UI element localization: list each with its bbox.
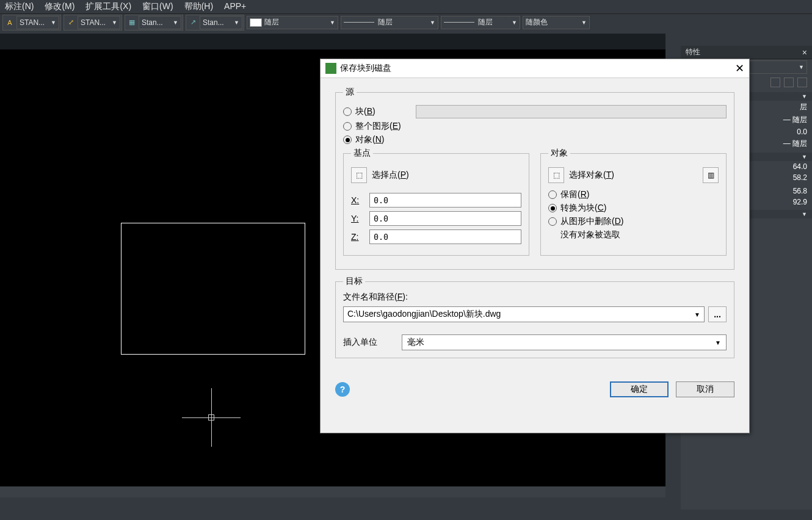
path-input[interactable]: C:\Users\gaodongjian\Desktop\新块.dwg▼ [343,306,705,322]
prop-icon-2[interactable] [784,78,794,87]
basepoint-fieldset: 基点 ⬚ 选择点(P) X: Y: Z: [343,148,529,256]
textstyle-dropdown[interactable]: STAN...▼ [16,16,59,29]
target-fieldset: 目标 文件名和路径(F): C:\Users\gaodongjian\Deskt… [335,276,734,358]
x-label: X: [351,195,363,205]
style-group-3: ▦ Stan...▼ [125,15,183,31]
cancel-button[interactable]: 取消 [676,381,734,397]
y-label: Y: [351,214,363,223]
unit-dropdown[interactable]: 毫米▼ [402,334,727,350]
toolbar: A STAN...▼ ⤢ STAN...▼ ▦ Stan...▼ ↗ Stan.… [0,13,812,31]
menu-app[interactable]: APP+ [224,1,246,12]
style-group-4: ↗ Stan...▼ [186,15,244,31]
objects-legend: 对象 [548,148,570,159]
properties-title-text: 特性 [686,47,700,57]
linetype-dropdown[interactable]: 随层▼ [341,16,438,29]
radio-delete-label[interactable]: 从图形中删除(D) [560,216,623,227]
rectangle-object[interactable] [121,223,305,355]
mleader-style-icon[interactable]: ↗ [187,17,198,28]
z-input[interactable] [369,229,521,244]
select-objects-button[interactable]: ⬚ [548,167,564,183]
z-label: Z: [351,232,363,242]
canvas-scrollbar-h[interactable] [0,486,665,497]
radio-objects-label[interactable]: 对象(N) [355,134,384,145]
menu-help[interactable]: 帮助(H) [184,1,213,12]
menu-bar: 标注(N) 修改(M) 扩展工具(X) 窗口(W) 帮助(H) APP+ [0,0,812,13]
layer-color-dropdown[interactable]: 随层▼ [247,16,338,29]
path-label: 文件名和路径(F): [343,292,727,303]
menu-modify[interactable]: 修改(M) [45,1,74,12]
select-objects-label[interactable]: 选择对象(T) [569,170,614,181]
menu-dim[interactable]: 标注(N) [5,1,34,12]
dialog-title: 保存块到磁盘 [340,63,391,74]
mleaderstyle-dropdown[interactable]: Stan...▼ [200,16,242,29]
radio-retain-label[interactable]: 保留(R) [560,189,589,200]
table-style-icon[interactable]: ▦ [126,17,137,28]
close-icon[interactable]: × [802,48,807,57]
source-legend: 源 [343,87,357,98]
selection-status: 没有对象被选取 [560,229,719,240]
source-fieldset: 源 块(B) 整个图形(E) 对象(N) 基点 ⬚ 选择点(P) [335,87,734,270]
dimstyle-dropdown[interactable]: STAN...▼ [78,16,120,29]
text-style-icon[interactable]: A [4,17,15,28]
x-input[interactable] [369,193,521,208]
style-group-2: ⤢ STAN...▼ [63,15,122,31]
wblock-dialog: 保存块到磁盘 ✕ 源 块(B) 整个图形(E) 对象(N) 基点 [320,59,750,433]
lineweight-dropdown[interactable]: 随层▼ [441,16,520,29]
properties-title: 特性 × [681,46,812,59]
radio-entire-label[interactable]: 整个图形(E) [355,121,401,132]
target-legend: 目标 [343,276,365,287]
menu-window[interactable]: 窗口(W) [142,1,173,12]
pick-point-label[interactable]: 选择点(P) [372,170,409,181]
objects-fieldset: 对象 ⬚ 选择对象(T) ▥ 保留(R) 转换为块(C) 从图形中删除(D) 没… [540,148,727,256]
radio-objects[interactable] [343,135,352,144]
dialog-footer: ? 确定 取消 [321,373,749,408]
unit-label: 插入单位 [343,337,377,348]
dialog-close-button[interactable]: ✕ [735,62,744,75]
block-name-dropdown [416,105,727,118]
app-icon [325,63,336,74]
dim-style-icon[interactable]: ⤢ [65,17,76,28]
radio-convert[interactable] [548,204,557,212]
prop-icon-3[interactable] [797,78,807,87]
quick-select-button[interactable]: ▥ [703,167,719,183]
radio-block[interactable] [343,107,352,116]
radio-convert-label[interactable]: 转换为块(C) [560,203,606,214]
radio-block-label[interactable]: 块(B) [355,106,375,117]
basepoint-legend: 基点 [351,148,373,159]
plotcolor-dropdown[interactable]: 随颜色▼ [523,16,590,29]
tablestyle-dropdown[interactable]: Stan...▼ [139,16,181,29]
dialog-titlebar: 保存块到磁盘 ✕ [321,59,749,78]
browse-button[interactable]: ... [708,306,727,322]
menu-ext[interactable]: 扩展工具(X) [85,1,131,12]
pick-point-button[interactable]: ⬚ [351,167,367,183]
y-input[interactable] [369,211,521,226]
style-group-1: A STAN...▼ [2,15,61,31]
prop-icon-1[interactable] [770,78,780,87]
help-button[interactable]: ? [335,382,350,397]
radio-delete[interactable] [548,217,557,226]
radio-retain[interactable] [548,190,557,199]
radio-entire[interactable] [343,122,352,131]
ok-button[interactable]: 确定 [610,381,669,397]
